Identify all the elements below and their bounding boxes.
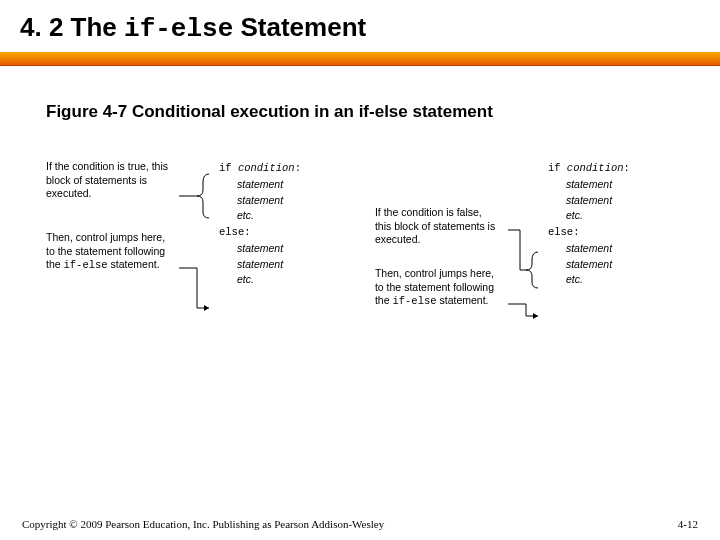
code-etc: etc. xyxy=(548,208,630,224)
bracket-icon xyxy=(508,160,542,330)
copyright-text: Copyright © 2009 Pearson Education, Inc.… xyxy=(22,518,384,530)
title-code: if-else xyxy=(124,14,233,44)
code-stmt: statement xyxy=(548,177,630,193)
divider-gradient xyxy=(0,52,720,66)
code-stmt: statement xyxy=(219,177,301,193)
diagram-left: If the condition is true, this block of … xyxy=(46,160,301,310)
right-connector xyxy=(508,160,540,310)
left-label-true: If the condition is true, this block of … xyxy=(46,160,171,201)
code-if-line: if condition: xyxy=(219,160,301,177)
figure-caption: Figure 4-7 Conditional execution in an i… xyxy=(46,102,674,122)
code-stmt: statement xyxy=(219,193,301,209)
diagram-area: If the condition is true, this block of … xyxy=(46,150,674,310)
left-labels: If the condition is true, this block of … xyxy=(46,160,171,273)
right-code: if condition: statement statement etc. e… xyxy=(548,160,630,288)
code-stmt: statement xyxy=(548,241,630,257)
left-label-then: Then, control jumps here, to the stateme… xyxy=(46,231,171,273)
left-code: if condition: statement statement etc. e… xyxy=(219,160,301,288)
diagram-right: If the condition is false, this block of… xyxy=(375,160,630,310)
code-stmt: statement xyxy=(548,257,630,273)
code-if-line: if condition: xyxy=(548,160,630,177)
code-stmt: statement xyxy=(219,241,301,257)
title-prefix: 4. 2 The xyxy=(20,12,124,42)
slide-header: 4. 2 The if-else Statement xyxy=(0,0,720,52)
code-else-line: else: xyxy=(219,224,301,241)
code-etc: etc. xyxy=(219,272,301,288)
code-etc: etc. xyxy=(548,272,630,288)
right-label-then: Then, control jumps here, to the stateme… xyxy=(375,267,500,309)
svg-marker-11 xyxy=(533,313,538,319)
code-stmt: statement xyxy=(548,193,630,209)
page-title: 4. 2 The if-else Statement xyxy=(20,12,700,44)
footer: Copyright © 2009 Pearson Education, Inc.… xyxy=(22,518,698,530)
page-number: 4-12 xyxy=(678,518,698,530)
code-stmt: statement xyxy=(219,257,301,273)
right-label-false: If the condition is false, this block of… xyxy=(375,206,500,247)
code-etc: etc. xyxy=(219,208,301,224)
code-else-line: else: xyxy=(548,224,630,241)
svg-marker-4 xyxy=(204,305,209,311)
title-suffix: Statement xyxy=(233,12,366,42)
content-area: Figure 4-7 Conditional execution in an i… xyxy=(0,66,720,310)
bracket-icon xyxy=(179,160,213,320)
left-connector xyxy=(179,160,211,310)
right-labels: If the condition is false, this block of… xyxy=(375,160,500,309)
